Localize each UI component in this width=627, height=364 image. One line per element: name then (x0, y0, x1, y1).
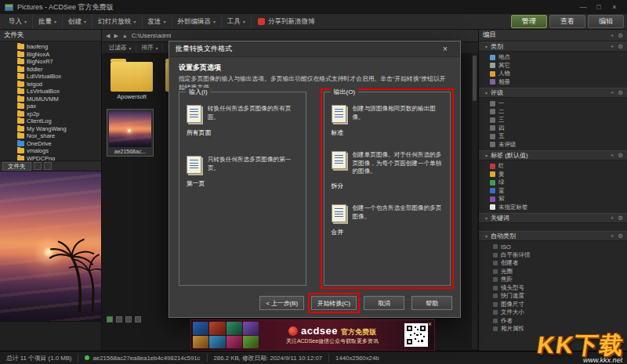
banner-close-icon[interactable]: × (428, 320, 432, 328)
folder-tree-item[interactable]: leigod (0, 81, 101, 88)
tab-folders[interactable]: 文件夹 (2, 162, 31, 171)
rating-item[interactable]: 五 (479, 132, 627, 141)
rating-item[interactable]: 一 (479, 99, 627, 108)
plus-icon[interactable]: + (611, 214, 614, 222)
banner-text[interactable]: acdsee 官方免费版 关注ACDSee微信公众号获取更多资讯 (260, 325, 404, 345)
grid-icon[interactable] (125, 316, 132, 323)
label-item[interactable]: 紫 (479, 195, 627, 204)
auto-category-item[interactable]: 图像尺寸 (479, 301, 627, 309)
folder-tree-item[interactable]: BigNoxA (0, 51, 101, 59)
gear-icon[interactable]: ⚙ (618, 32, 623, 39)
select-icon[interactable] (107, 316, 113, 323)
section-categories[interactable]: ▾ 类别 + ⚙ (479, 41, 627, 52)
folder-tree-item[interactable]: BigNoxR7 (0, 58, 101, 66)
file-toolbar-item[interactable]: 排序 ▾ (138, 44, 163, 52)
auto-category-item[interactable]: 创建者 (479, 259, 627, 268)
up-icon[interactable]: ▲ (122, 33, 128, 38)
menu-item[interactable]: 批量 ▾ (33, 14, 63, 29)
multipage-output-option[interactable]: 创建一个包含所选全部图像的多页图像。 合并 (332, 204, 444, 236)
plus-icon[interactable]: + (611, 89, 614, 96)
cancel-button[interactable]: 取消 (364, 296, 404, 310)
auto-category-item[interactable]: 光圈 (479, 268, 627, 276)
section-ratings[interactable]: ▾ 评级 + ⚙ (479, 88, 627, 98)
auto-category-item[interactable]: 作者 (479, 317, 627, 326)
share-to-weibo-button[interactable]: 分享到新浪微博 (252, 17, 321, 27)
menu-item[interactable]: 创建 ▾ (63, 14, 92, 29)
file-toolbar-item[interactable]: 过滤器 ▾ (105, 44, 136, 52)
gear-icon[interactable]: ⚙ (618, 232, 623, 240)
breadcrumb[interactable]: C:\Users\admi (132, 32, 172, 39)
folder-tree-item[interactable]: WPDCPng (0, 155, 101, 161)
start-convert-button[interactable]: 开始转换(C) (311, 296, 357, 310)
close-button[interactable]: × (607, 3, 622, 11)
section-labels[interactable]: ▾ 标签 (默认值) + ⚙ (479, 150, 627, 160)
gear-icon[interactable]: ⚙ (618, 214, 623, 222)
gear-icon[interactable]: ⚙ (618, 152, 623, 159)
folder-tree-item[interactable]: ClientLog (0, 117, 101, 125)
catalog-tab-icon[interactable] (44, 162, 52, 170)
section-auto-categories[interactable]: ▾ 自动类别 + ⚙ (479, 231, 627, 241)
filter-icon[interactable] (116, 316, 122, 323)
tab-manage[interactable]: 管理 (511, 15, 547, 28)
menu-item[interactable]: 导入 ▾ (3, 14, 33, 29)
gear-icon[interactable]: ⚙ (618, 43, 623, 50)
rating-item[interactable]: 四 (479, 124, 627, 133)
minimize-button[interactable]: — (575, 3, 591, 11)
multipage-input-option[interactable]: 只转换任何所选多页图像的第一页。 第一页 (187, 156, 299, 188)
folder-tree-item[interactable]: LdiVirtualBox (0, 73, 101, 81)
category-item[interactable]: 人物 (479, 70, 627, 78)
plus-icon[interactable]: + (611, 43, 614, 50)
auto-category-item[interactable]: 快门速度 (479, 292, 627, 301)
menu-item[interactable]: 外部编辑器 ▾ (172, 14, 223, 29)
plus-icon[interactable]: + (611, 32, 614, 39)
dialog-close-icon[interactable]: × (437, 45, 454, 53)
folder-tree-item[interactable]: OneDrive (0, 140, 101, 148)
back-icon[interactable]: ◀ (106, 33, 110, 39)
menu-item[interactable]: 幻灯片放映 ▾ (92, 14, 143, 29)
auto-category-item[interactable]: 文件大小 (479, 308, 627, 317)
label-item[interactable]: 绿 (479, 178, 627, 187)
section-keywords[interactable]: ▾ 关键词 + ⚙ (479, 213, 627, 223)
forward-icon[interactable]: ▶ (114, 33, 118, 39)
image-tile[interactable]: ae21568ac... (107, 109, 154, 157)
folder-tile[interactable]: Apowersoft (107, 62, 157, 100)
category-item[interactable]: 其它 (479, 62, 627, 70)
category-item[interactable]: 地点 (479, 53, 627, 62)
auto-category-item[interactable]: 镜头型号 (479, 284, 627, 293)
multipage-output-option[interactable]: 创建单页图像。对于任何所选的多页图像，为每个页面创建一个单独的图像。 拆分 (332, 151, 444, 190)
plus-icon[interactable]: + (611, 232, 614, 240)
label-item[interactable]: 蓝 (479, 187, 627, 196)
multipage-output-option[interactable]: 创建与源图像相同页数的输出图像。 标准 (332, 105, 444, 137)
auto-category-item[interactable]: 相片属性 (479, 325, 627, 333)
folder-tree-item[interactable]: fiddler (0, 66, 101, 74)
rating-item[interactable]: 三 (479, 116, 627, 124)
rating-item[interactable]: 未评级 (479, 141, 627, 150)
category-item[interactable]: 相册 (479, 78, 627, 87)
label-item[interactable]: 未指定标签 (479, 204, 627, 212)
auto-category-item[interactable]: ISO (479, 243, 627, 251)
tab-view[interactable]: 查看 (549, 15, 585, 28)
maximize-button[interactable]: □ (591, 3, 607, 11)
favorites-tab-icon[interactable] (34, 162, 42, 170)
plus-icon[interactable]: + (611, 152, 614, 159)
folder-tree-item[interactable]: xp2p (0, 110, 101, 118)
auto-category-item[interactable]: 白平衡详情 (479, 251, 627, 260)
auto-category-item[interactable]: 焦距 (479, 276, 627, 284)
menu-item[interactable]: 工具 ▾ (222, 14, 252, 29)
rating-item[interactable]: 二 (479, 108, 627, 117)
folder-tree-item[interactable]: MUMUVMM (0, 96, 101, 103)
menu-item[interactable]: 发送 ▾ (143, 14, 172, 29)
folder-tree-item[interactable]: baofeng (0, 43, 101, 51)
folder-tree-item[interactable]: Nox_share (0, 132, 101, 140)
multipage-input-option[interactable]: 转换任何所选多页图像的所有页面。 所有页面 (187, 105, 299, 137)
folder-tree-item[interactable]: LsVirtualBox (0, 88, 101, 96)
label-item[interactable]: 黄 (479, 171, 627, 179)
folder-tree-item[interactable]: pax (0, 103, 101, 110)
help-button[interactable]: 帮助 (411, 296, 452, 310)
folder-tree-item[interactable]: vmalogs (0, 147, 101, 155)
gear-icon[interactable]: ⚙ (618, 89, 623, 96)
file-list-scrollbar[interactable] (472, 54, 477, 349)
tab-edit[interactable]: 编辑 (588, 15, 624, 28)
back-button[interactable]: < 上一步(B) (259, 296, 304, 310)
label-item[interactable]: 红 (479, 162, 627, 171)
